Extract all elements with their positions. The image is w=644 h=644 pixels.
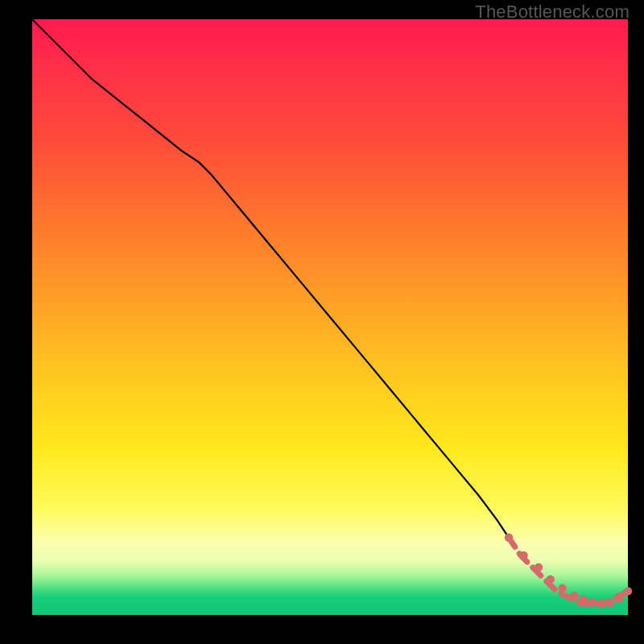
- dot: [579, 596, 587, 604]
- chart-container: TheBottleneck.com: [0, 0, 644, 644]
- dot: [624, 587, 632, 595]
- dot: [558, 584, 566, 592]
- dot: [570, 592, 578, 600]
- dot: [547, 575, 555, 583]
- chart-overlay: [32, 19, 628, 615]
- dot: [597, 599, 605, 607]
- bottleneck-curve-dashed: [509, 538, 628, 603]
- dot: [535, 564, 543, 572]
- dot: [606, 598, 614, 606]
- bottleneck-curve-solid: [32, 19, 509, 538]
- dot: [615, 594, 623, 602]
- dot: [519, 551, 527, 559]
- dot: [505, 534, 513, 542]
- plot-area: [32, 19, 628, 615]
- dot: [588, 598, 596, 606]
